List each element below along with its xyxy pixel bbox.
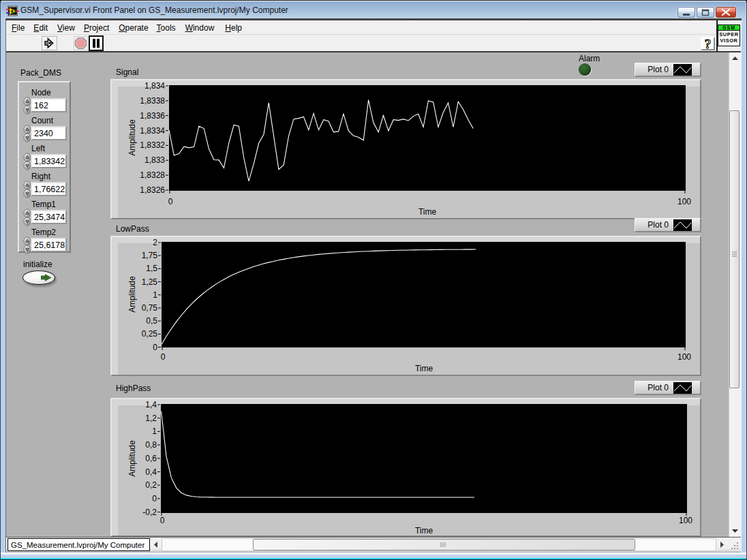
svg-text:0,6: 0,6 (145, 454, 157, 463)
svg-text:1,5: 1,5 (146, 264, 157, 273)
svg-text:1,8332: 1,8332 (140, 140, 165, 150)
svg-text:1,8336: 1,8336 (140, 111, 165, 121)
svg-text:0,75: 0,75 (142, 303, 158, 313)
svg-text:100: 100 (677, 352, 691, 362)
svg-text:?: ? (705, 37, 712, 50)
svg-text:1,8326: 1,8326 (140, 185, 165, 195)
svg-text:1,8334: 1,8334 (140, 126, 165, 136)
svg-text:1,25: 1,25 (142, 277, 158, 287)
svg-text:-0,2: -0,2 (142, 508, 157, 517)
svg-text:Time: Time (418, 207, 437, 217)
svg-text:2: 2 (153, 238, 157, 247)
svg-text:Amplitude: Amplitude (127, 276, 137, 313)
svg-text:Amplitude: Amplitude (127, 440, 137, 477)
svg-text:0: 0 (161, 352, 166, 362)
svg-text:0: 0 (153, 343, 157, 352)
svg-text:Time: Time (415, 364, 433, 373)
svg-text:0: 0 (168, 197, 173, 206)
svg-text:1,8338: 1,8338 (140, 96, 165, 106)
svg-text:0: 0 (160, 516, 165, 525)
svg-text:0: 0 (152, 494, 157, 503)
svg-text:0,2: 0,2 (145, 480, 157, 490)
svg-text:0,25: 0,25 (142, 329, 158, 339)
svg-text:1,834: 1,834 (144, 81, 165, 91)
svg-text:1,833: 1,833 (144, 155, 165, 165)
svg-text:0,8: 0,8 (145, 440, 157, 450)
svg-text:100: 100 (677, 197, 691, 206)
svg-text:0,5: 0,5 (146, 316, 157, 326)
svg-text:0,4: 0,4 (145, 467, 157, 477)
svg-text:1,4: 1,4 (145, 400, 157, 409)
svg-text:1,2: 1,2 (145, 414, 157, 423)
svg-text:1: 1 (152, 426, 157, 436)
svg-text:1: 1 (153, 290, 157, 300)
svg-text:100: 100 (679, 516, 692, 525)
svg-text:1,8328: 1,8328 (140, 170, 165, 180)
svg-text:Time: Time (415, 526, 433, 535)
svg-text:Amplitude: Amplitude (127, 119, 137, 156)
svg-text:1,75: 1,75 (142, 251, 158, 260)
